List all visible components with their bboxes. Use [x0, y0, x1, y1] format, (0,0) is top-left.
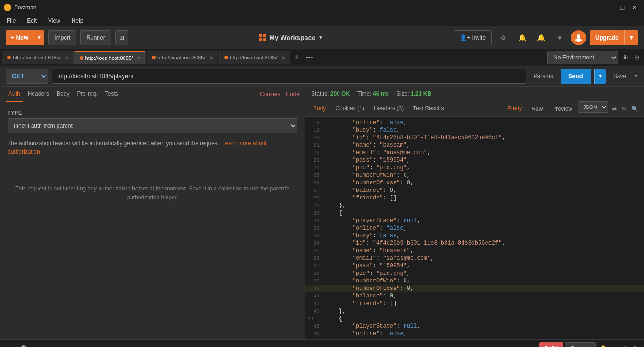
invite-label: Invite — [472, 34, 486, 41]
layout-icon[interactable]: □ — [34, 343, 42, 347]
invite-button[interactable]: 👤+ Invite — [454, 30, 492, 45]
toolbar-icon-1[interactable]: ⚙ — [495, 30, 511, 45]
save-button[interactable]: Save — [610, 73, 630, 80]
tab-dot-1 — [7, 56, 11, 59]
response-tab-tests[interactable]: Test Results — [409, 101, 447, 116]
build-button[interactable]: Build — [539, 342, 563, 347]
json-line: 36 "email": "1anas@me.com", — [305, 255, 644, 262]
browse-button[interactable]: Browse — [565, 342, 596, 347]
json-line: 23 "pass": "159954", — [305, 157, 644, 164]
type-select[interactable]: Inherit auth from parent No Auth Bearer … — [8, 118, 297, 133]
search-icon[interactable]: 🔍 — [629, 101, 640, 116]
menu-help[interactable]: Help — [69, 17, 86, 25]
tab-close-2[interactable]: ✕ — [137, 55, 140, 60]
console-icon[interactable]: ⊟ — [6, 343, 15, 347]
format-select[interactable]: JSON XML HTML — [578, 101, 608, 113]
params-button[interactable]: Params — [530, 73, 557, 80]
tab-auth[interactable]: Auth — [6, 87, 23, 102]
url-input[interactable] — [52, 69, 526, 84]
tab-1[interactable]: http://localhost:8085/ ✕ — [2, 51, 74, 64]
time-label: Time: 46 ms — [357, 91, 389, 97]
add-tab-button[interactable]: + — [291, 52, 302, 62]
tab-tests[interactable]: Tests — [102, 87, 121, 102]
json-line: 28 "friends": [] — [305, 194, 644, 202]
toolbar-icon-3[interactable]: 🔔 — [533, 30, 548, 45]
response-tab-body[interactable]: Body — [309, 101, 330, 116]
menu-file[interactable]: File — [4, 17, 18, 25]
json-line: 26 "numberOfLose": 0, — [305, 179, 644, 187]
json-viewer: 18 "online": false,19 "busy": false,20 "… — [305, 117, 644, 339]
settings-icon[interactable]: ⚙ — [632, 52, 642, 63]
status-label: Status: 200 OK — [311, 91, 350, 97]
maximize-button[interactable]: □ — [617, 2, 628, 13]
maximize-icon[interactable]: ⤢ — [611, 343, 619, 347]
tab-close-4[interactable]: ✕ — [281, 55, 285, 60]
titlebar-left: Postman — [4, 4, 36, 11]
json-line: 37 "pass": "159954", — [305, 262, 644, 270]
toolbar-icon-4[interactable]: ♥ — [552, 30, 567, 45]
tab-headers[interactable]: Headers — [25, 87, 52, 102]
json-line: 20 "id": "4f4c26b8-b301-11e8-b81a-c59612… — [305, 134, 644, 141]
json-line: 38 "pic": "pic.png", — [305, 270, 644, 277]
tab-3[interactable]: http://localhost:8085/ ✕ — [147, 51, 218, 64]
tab-body[interactable]: Body — [54, 87, 72, 102]
copy-icon[interactable]: ⎘ — [620, 101, 627, 116]
tab-close-1[interactable]: ✕ — [65, 55, 68, 60]
upgrade-arrow[interactable]: ▼ — [624, 30, 638, 45]
send-dropdown[interactable]: ▼ — [594, 69, 606, 84]
tab-dot-2 — [80, 56, 83, 60]
save-dropdown[interactable]: ▼ — [634, 74, 638, 79]
toolbar-right: ⚙ 🔔 🔔 ♥ Upgrade ▼ — [495, 30, 638, 45]
json-line: 27 "balance": 0, — [305, 187, 644, 194]
toolbar-icon-2[interactable]: 🔔 — [514, 30, 529, 45]
user-avatar[interactable] — [571, 30, 586, 45]
preview-button[interactable]: Preview — [548, 101, 576, 116]
status-value: 200 OK — [330, 91, 350, 97]
json-line: 41 "balance": 0, — [305, 292, 644, 300]
tab-label-4: http://localhost:8085/ — [230, 55, 278, 60]
download-icon[interactable]: ⬇ — [621, 343, 629, 347]
response-tab-headers[interactable]: Headers (3) — [370, 101, 407, 116]
lightbulb-icon[interactable]: 💡 — [598, 343, 609, 347]
left-content: TYPE Inherit auth from parent No Auth Be… — [0, 102, 305, 339]
wrap-icon[interactable]: ⇌ — [610, 101, 619, 116]
json-line: 34 "id": "4f4c26b9-b301-11e8-b81a-0db3db… — [305, 240, 644, 247]
minimize-button[interactable]: – — [604, 2, 616, 13]
tab-2[interactable]: http://localhost:8085/ ✕ — [74, 51, 146, 64]
close-button[interactable]: ✕ — [629, 2, 640, 13]
more-tabs-button[interactable]: ••• — [303, 54, 316, 61]
new-button[interactable]: + New ▼ — [6, 30, 44, 45]
method-select[interactable]: GET POST PUT DELETE — [6, 69, 48, 84]
json-line: 45 "playerState": null, — [305, 322, 644, 330]
workspace-button[interactable]: My Workspace ▼ — [259, 34, 323, 41]
json-line: 25 "numberOfWin": 0, — [305, 172, 644, 179]
search-bottom-icon[interactable]: 🔍 — [19, 343, 31, 347]
postman-icon — [4, 4, 11, 11]
pretty-button[interactable]: Pretty — [504, 101, 526, 116]
json-line: 31 "playerState": null, — [305, 217, 644, 224]
menu-edit[interactable]: Edit — [24, 17, 40, 25]
tab-prereq[interactable]: Pre-req. — [74, 87, 100, 102]
history-button[interactable]: ⊞ — [115, 30, 128, 45]
environment-select[interactable]: No Environment — [547, 51, 618, 64]
cookies-link[interactable]: Cookies — [260, 91, 280, 98]
help-icon[interactable]: ? — [631, 343, 638, 347]
import-button[interactable]: Import — [48, 30, 76, 45]
json-line: 29 }, — [305, 202, 644, 209]
upgrade-button[interactable]: Upgrade — [590, 30, 624, 45]
response-tab-cookies[interactable]: Cookies (1) — [331, 101, 368, 116]
tab-4[interactable]: http://localhost:8085/ ✕ — [219, 51, 291, 64]
code-link[interactable]: Code — [286, 91, 299, 98]
send-button[interactable]: Send — [561, 69, 591, 84]
menu-view[interactable]: View — [45, 17, 63, 25]
new-button-main[interactable]: + New — [6, 34, 33, 41]
runner-button[interactable]: Runner — [80, 30, 111, 45]
no-helper-note: This request is not inheriting any autho… — [8, 184, 297, 202]
new-button-arrow[interactable]: ▼ — [33, 30, 44, 45]
type-label: TYPE — [8, 110, 297, 116]
json-line: 24 "pic": "pic.png", — [305, 164, 644, 172]
tab-close-3[interactable]: ✕ — [209, 55, 213, 60]
upgrade-label: Upgrade — [595, 34, 619, 41]
eye-icon[interactable]: 👁 — [620, 52, 630, 63]
raw-button[interactable]: Raw — [528, 101, 546, 116]
